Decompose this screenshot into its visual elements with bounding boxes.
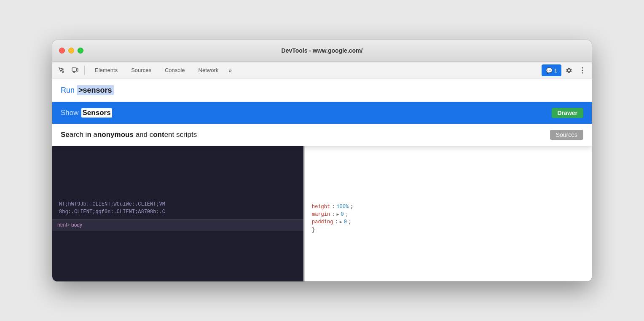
svg-rect-0 (72, 68, 76, 71)
command-query: >sensors (77, 85, 114, 95)
tab-list: Elements Sources Console Network » (88, 62, 540, 79)
inspect-icon[interactable] (56, 64, 67, 76)
sensors-highlight: Sensors (81, 108, 112, 118)
svg-point-6 (582, 70, 583, 71)
command-input-row[interactable]: Run >sensors (52, 79, 592, 102)
breadcrumb-html[interactable]: html (57, 222, 67, 228)
svg-point-7 (582, 72, 583, 74)
titlebar: DevTools - www.google.com/ (52, 40, 592, 62)
svg-point-5 (582, 67, 583, 69)
css-closing-brace: } (312, 227, 585, 233)
toolbar-right: 💬 1 (542, 64, 588, 76)
code-line-1: NT;hWT9Jb:.CLIENT;WCulWe:.CLIENT;VM (52, 201, 305, 208)
run-label: Run (61, 86, 77, 94)
show-label: Show (61, 109, 79, 117)
styles-content: height : 100% ; margin : ▶ 0 ; (305, 197, 592, 238)
chat-badge-button[interactable]: 💬 1 (542, 64, 561, 76)
search-result-text: Search in anonymous and content scripts (61, 131, 197, 139)
css-height: height : 100% ; (312, 204, 585, 210)
badge-count: 1 (554, 67, 557, 74)
sources-badge: Sources (550, 130, 583, 140)
css-margin: margin : ▶ 0 ; (312, 211, 585, 217)
minimize-button[interactable] (68, 48, 74, 54)
devtools-content: Elements Sources Console Network » 💬 (52, 62, 592, 281)
tab-sources[interactable]: Sources (124, 62, 158, 79)
tab-network[interactable]: Network (192, 62, 225, 79)
css-padding: padding : ▶ 0 ; (312, 219, 585, 225)
breadcrumb-bar: html body (52, 219, 305, 231)
maximize-button[interactable] (78, 48, 83, 54)
content-area: Run >sensors Show Sensors Drawer Search … (52, 79, 592, 281)
breadcrumb-body[interactable]: body (67, 222, 82, 228)
drawer-badge: Drawer (552, 108, 583, 118)
window-title: DevTools - www.google.com/ (282, 47, 363, 54)
code-line-2: 8bg:.CLIENT;qqf0n:.CLIENT;A8708b:.C (52, 208, 305, 216)
chat-icon: 💬 (546, 67, 553, 74)
tab-overflow[interactable]: » (225, 62, 235, 79)
command-result-search[interactable]: Search in anonymous and content scripts … (52, 124, 592, 146)
device-toggle-icon[interactable] (69, 64, 81, 76)
command-result-sensors[interactable]: Show Sensors Drawer (52, 102, 592, 124)
svg-rect-1 (77, 69, 78, 71)
code-content: NT;hWT9Jb:.CLIENT;WCulWe:.CLIENT;VM 8bg:… (52, 197, 305, 219)
command-palette: Run >sensors Show Sensors Drawer Search … (52, 79, 592, 146)
tab-elements[interactable]: Elements (88, 62, 124, 79)
tab-console[interactable]: Console (158, 62, 192, 79)
devtools-window: DevTools - www.google.com/ (52, 40, 592, 281)
traffic-lights (59, 48, 83, 54)
more-options-button[interactable] (577, 64, 588, 76)
close-button[interactable] (59, 48, 65, 54)
settings-button[interactable] (563, 64, 575, 76)
toolbar-divider (84, 66, 85, 75)
toolbar: Elements Sources Console Network » 💬 (52, 62, 592, 79)
